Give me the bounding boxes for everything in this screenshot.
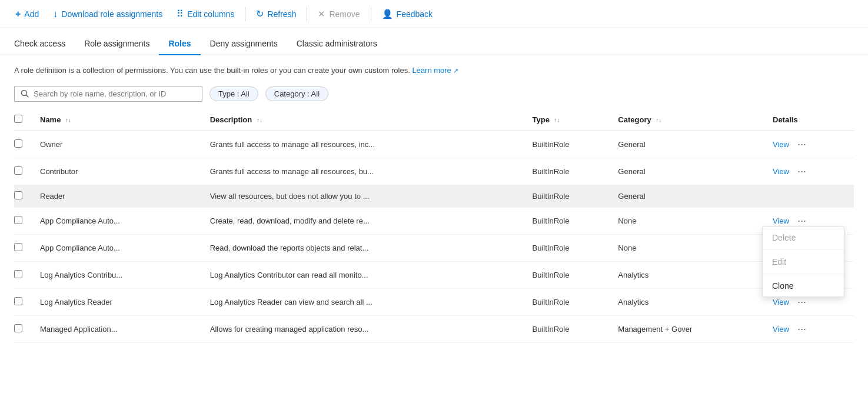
header-type[interactable]: Type ↑↓	[528, 109, 614, 131]
table-row: Log Analytics Contribu...Log Analytics C…	[14, 261, 854, 288]
row-ellipsis-button[interactable]: ···	[794, 137, 810, 152]
type-sort-icon[interactable]: ↑↓	[554, 117, 560, 124]
context-menu-delete[interactable]: Delete	[763, 227, 844, 248]
view-link[interactable]: View	[773, 167, 789, 176]
row-checkbox[interactable]	[14, 297, 22, 305]
toolbar-divider-2	[307, 7, 307, 21]
tab-deny-assignments[interactable]: Deny assignments	[201, 33, 287, 55]
row-ellipsis-button[interactable]: ···	[794, 214, 810, 228]
add-button[interactable]: Add	[9, 5, 45, 23]
table-header-row: Name ↑↓ Description ↑↓ Type ↑↓ Category …	[14, 109, 854, 131]
name-sort-icon[interactable]: ↑↓	[65, 117, 71, 124]
row-description: Grants full access to manage all resourc…	[205, 131, 528, 158]
edit-columns-label: Edit columns	[187, 9, 234, 19]
tab-role-assignments[interactable]: Role assignments	[75, 33, 159, 55]
feedback-button[interactable]: Feedback	[376, 5, 438, 23]
feedback-icon	[382, 9, 393, 19]
tab-classic-administrators[interactable]: Classic administrators	[287, 33, 387, 55]
view-link[interactable]: View	[773, 140, 789, 149]
svg-line-1	[26, 95, 29, 98]
category-filter-chip[interactable]: Category : All	[265, 86, 328, 101]
row-checkbox-cell	[14, 185, 35, 207]
view-link[interactable]: View	[773, 216, 789, 225]
row-description: Grants full access to manage all resourc…	[205, 158, 528, 185]
row-category: General	[613, 158, 768, 185]
toolbar-divider-1	[245, 7, 245, 21]
row-name: Log Analytics Reader	[35, 288, 205, 315]
row-checkbox-cell	[14, 234, 35, 261]
tab-roles[interactable]: Roles	[159, 33, 200, 55]
header-category[interactable]: Category ↑↓	[613, 109, 768, 131]
row-checkbox-cell	[14, 207, 35, 234]
row-details: View···	[768, 158, 854, 185]
search-box[interactable]	[14, 86, 202, 102]
row-checkbox[interactable]	[14, 216, 22, 224]
feedback-label: Feedback	[397, 9, 433, 19]
row-description: Read, download the reports objects and r…	[205, 234, 528, 261]
filters-row: Type : All Category : All	[0, 81, 868, 109]
description-sort-icon[interactable]: ↑↓	[257, 117, 262, 124]
remove-icon	[318, 9, 325, 19]
context-menu-edit[interactable]: Edit	[763, 251, 844, 272]
type-filter-chip[interactable]: Type : All	[209, 86, 258, 101]
header-description[interactable]: Description ↑↓	[205, 109, 528, 131]
row-checkbox[interactable]	[14, 166, 22, 175]
context-menu-divider	[763, 249, 844, 250]
row-details	[768, 185, 854, 197]
row-category: Analytics	[613, 288, 768, 315]
table-container: Name ↑↓ Description ↑↓ Type ↑↓ Category …	[0, 109, 868, 343]
roles-table: Name ↑↓ Description ↑↓ Type ↑↓ Category …	[14, 109, 854, 343]
row-type: BuiltInRole	[528, 158, 614, 185]
table-row: App Compliance Auto...Read, download the…	[14, 234, 854, 261]
view-link[interactable]: View	[773, 298, 789, 306]
context-menu: Delete Edit Clone	[762, 226, 844, 297]
row-name: App Compliance Auto...	[35, 207, 205, 234]
row-type: BuiltInRole	[528, 207, 614, 234]
add-icon	[15, 9, 21, 19]
remove-button[interactable]: Remove	[312, 5, 365, 23]
refresh-button[interactable]: Refresh	[250, 5, 302, 23]
row-checkbox[interactable]	[14, 270, 22, 278]
learn-more-link[interactable]: Learn more	[412, 66, 458, 75]
download-icon	[53, 9, 58, 19]
row-category: Analytics	[613, 261, 768, 288]
tab-check-access[interactable]: Check access	[14, 33, 75, 55]
row-checkbox-cell	[14, 288, 35, 315]
row-details: View···	[768, 316, 854, 342]
table-row: Log Analytics ReaderLog Analytics Reader…	[14, 288, 854, 315]
row-checkbox[interactable]	[14, 324, 22, 332]
select-all-checkbox[interactable]	[14, 115, 22, 123]
row-name: Reader	[35, 185, 205, 207]
row-description: Log Analytics Contributor can read all m…	[205, 261, 528, 288]
description-text: A role definition is a collection of per…	[14, 66, 410, 75]
edit-columns-icon	[177, 8, 184, 19]
context-menu-clone[interactable]: Clone	[763, 275, 844, 296]
row-category: Management + Gover	[613, 315, 768, 342]
table-row: App Compliance Auto...Create, read, down…	[14, 207, 854, 234]
row-checkbox[interactable]	[14, 243, 22, 251]
refresh-label: Refresh	[267, 9, 296, 19]
header-checkbox-cell	[14, 109, 35, 131]
refresh-icon	[256, 8, 264, 19]
category-sort-icon[interactable]: ↑↓	[656, 117, 661, 124]
row-description: Log Analytics Reader can view and search…	[205, 288, 528, 315]
download-button[interactable]: Download role assignments	[47, 5, 168, 23]
row-description: View all resources, but does not allow y…	[205, 185, 528, 207]
header-name[interactable]: Name ↑↓	[35, 109, 205, 131]
row-ellipsis-button[interactable]: ···	[794, 164, 810, 179]
table-row: Managed Application...Allows for creatin…	[14, 315, 854, 342]
row-checkbox-cell	[14, 158, 35, 185]
row-type: BuiltInRole	[528, 185, 614, 207]
edit-columns-button[interactable]: Edit columns	[171, 5, 240, 23]
search-icon	[21, 89, 29, 98]
row-type: BuiltInRole	[528, 288, 614, 315]
row-checkbox[interactable]	[14, 139, 22, 148]
row-category: General	[613, 131, 768, 158]
row-name: Managed Application...	[35, 315, 205, 342]
row-checkbox[interactable]	[14, 191, 22, 199]
search-input[interactable]	[34, 89, 196, 98]
table-row: ReaderView all resources, but does not a…	[14, 185, 854, 207]
row-ellipsis-button[interactable]: ···	[794, 322, 810, 336]
view-link[interactable]: View	[773, 325, 789, 334]
row-description: Create, read, download, modify and delet…	[205, 207, 528, 234]
